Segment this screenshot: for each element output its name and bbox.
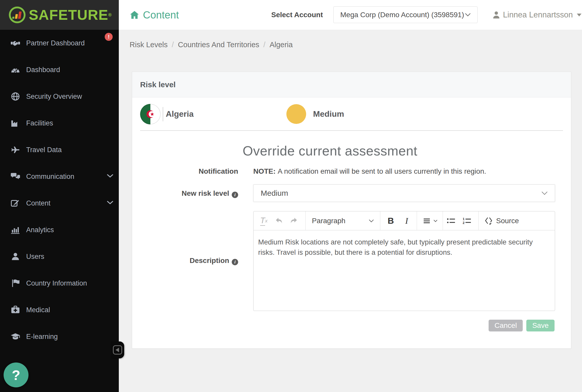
paragraph-dropdown[interactable]: Paragraph xyxy=(306,211,380,230)
app-root: SAFETURE® Partner Dashboard ! Dashboard xyxy=(0,0,582,392)
panel-header: Risk level xyxy=(132,72,571,97)
factory-icon xyxy=(10,118,21,128)
handshake-icon xyxy=(10,38,21,48)
plane-icon xyxy=(10,145,21,155)
account-select-value: Mega Corp (Demo Account) (3598591) xyxy=(340,11,464,19)
bold-button[interactable] xyxy=(387,216,394,226)
graduation-cap-icon xyxy=(10,332,21,341)
breadcrumb-separator: / xyxy=(172,41,174,49)
topbar: Content Select Account Mega Corp (Demo A… xyxy=(119,0,582,30)
home-icon[interactable] xyxy=(130,10,139,19)
page-title-text: Content xyxy=(143,9,179,21)
new-risk-level-select[interactable]: Medium xyxy=(253,184,555,202)
panel-header-title: Risk level xyxy=(140,80,176,89)
undo-button[interactable] xyxy=(275,217,283,224)
bar-chart-icon xyxy=(10,225,21,235)
risk-indicator: Medium xyxy=(286,97,344,130)
sidebar-item-security-overview[interactable]: Security Overview xyxy=(0,83,119,110)
chevron-down-icon xyxy=(107,201,113,205)
person-icon xyxy=(493,11,500,19)
redo-button[interactable] xyxy=(289,217,298,224)
toolbar-divider xyxy=(417,211,417,230)
breadcrumb-current-page: Algeria xyxy=(269,41,293,49)
remove-format-button[interactable] xyxy=(260,216,267,226)
sidebar-item-label: Country Information xyxy=(26,279,87,287)
toolbar-divider xyxy=(380,211,380,230)
undo-icon xyxy=(275,217,283,224)
help-button[interactable]: ? xyxy=(4,362,28,387)
editor-content[interactable]: Medium Risk locations are not completely… xyxy=(254,230,555,311)
toolbar-divider xyxy=(443,211,443,230)
sidebar-item-e-learning[interactable]: E-learning xyxy=(0,323,119,350)
sidebar-item-dashboard[interactable]: Dashboard xyxy=(0,56,119,83)
help-button-label: ? xyxy=(12,367,20,383)
chevron-down-icon xyxy=(107,174,113,179)
breadcrumb-countries-and-territories[interactable]: Countries And Territories xyxy=(178,41,259,49)
sidebar-item-users[interactable]: Users xyxy=(0,243,119,270)
brand-logo[interactable]: SAFETURE® xyxy=(0,0,119,30)
sidebar-item-content[interactable]: Content xyxy=(0,190,119,217)
registered-mark: ® xyxy=(108,12,112,18)
numbered-list-button[interactable]: 12 xyxy=(462,218,472,224)
breadcrumb: Risk Levels / Countries And Territories … xyxy=(130,41,293,49)
caret-down-icon xyxy=(577,14,581,16)
risk-level-name: Medium xyxy=(313,109,344,119)
bulleted-list-button[interactable] xyxy=(447,218,456,224)
globe-icon xyxy=(10,92,21,101)
sidebar-item-analytics[interactable]: Analytics xyxy=(0,217,119,243)
editor-toolbar: Paragraph 12 xyxy=(254,211,555,230)
chevron-down-icon xyxy=(369,219,374,222)
breadcrumb-risk-levels[interactable]: Risk Levels xyxy=(130,41,168,49)
sidebar-item-partner-dashboard[interactable]: Partner Dashboard ! xyxy=(0,30,119,56)
save-button[interactable]: Save xyxy=(526,320,555,331)
breadcrumb-separator: / xyxy=(263,41,265,49)
section-title: Override current assessment xyxy=(132,143,528,159)
redo-icon xyxy=(289,217,298,224)
brand-name: SAFETURE xyxy=(29,8,108,22)
sidebar-item-medical[interactable]: Medical xyxy=(0,297,119,323)
new-risk-level-value: Medium xyxy=(261,189,288,198)
sidebar-item-label: E-learning xyxy=(26,333,58,341)
comments-icon xyxy=(10,172,21,181)
sidebar-item-label: Communication xyxy=(26,173,74,181)
chevron-down-icon xyxy=(433,220,438,222)
medkit-icon xyxy=(10,305,21,315)
sidebar-item-communication[interactable]: Communication xyxy=(0,163,119,190)
numbered-list-icon: 12 xyxy=(462,218,472,224)
edit-icon xyxy=(10,198,21,208)
sidebar-item-label: Content xyxy=(26,199,51,207)
sidebar-item-label: Security Overview xyxy=(26,93,82,101)
sidebar-item-label: Facilities xyxy=(26,119,53,127)
sidebar-item-country-information[interactable]: Country Information xyxy=(0,270,119,297)
sidebar-nav: Partner Dashboard ! Dashboard Security O… xyxy=(0,30,119,350)
bulleted-list-icon xyxy=(447,218,456,224)
sidebar-collapse-button[interactable] xyxy=(111,341,124,358)
user-menu[interactable]: Linnea Lennartsson xyxy=(493,10,581,19)
sidebar-item-label: Dashboard xyxy=(26,66,60,74)
select-account-label: Select Account xyxy=(271,11,323,19)
chevron-down-icon xyxy=(465,13,471,16)
sidebar-item-facilities[interactable]: Facilities xyxy=(0,110,119,136)
chevron-down-icon xyxy=(541,191,548,195)
alignment-dropdown[interactable] xyxy=(423,218,438,224)
note-text: A notification email will be sent to all… xyxy=(278,167,486,175)
italic-button[interactable] xyxy=(405,216,408,226)
info-icon xyxy=(232,192,238,198)
flag-divider xyxy=(163,107,163,121)
align-text-icon xyxy=(423,218,430,224)
sidebar-item-label: Users xyxy=(26,253,44,261)
flag-icon xyxy=(10,278,21,288)
sidebar: SAFETURE® Partner Dashboard ! Dashboard xyxy=(0,0,119,392)
new-risk-level-label: New risk level xyxy=(132,189,238,198)
algeria-flag-icon xyxy=(140,104,161,124)
gauge-icon xyxy=(10,65,21,75)
account-select[interactable]: Mega Corp (Demo Account) (3598591) xyxy=(333,6,478,23)
sidebar-item-travel-data[interactable]: Travel Data xyxy=(0,136,119,163)
page-title: Content xyxy=(130,9,179,21)
user-icon xyxy=(10,252,21,261)
sidebar-item-label: Medical xyxy=(26,306,50,314)
source-button[interactable]: Source xyxy=(484,217,519,225)
cancel-button[interactable]: Cancel xyxy=(489,320,523,331)
source-code-icon xyxy=(484,217,493,225)
collapse-left-icon xyxy=(113,345,122,355)
